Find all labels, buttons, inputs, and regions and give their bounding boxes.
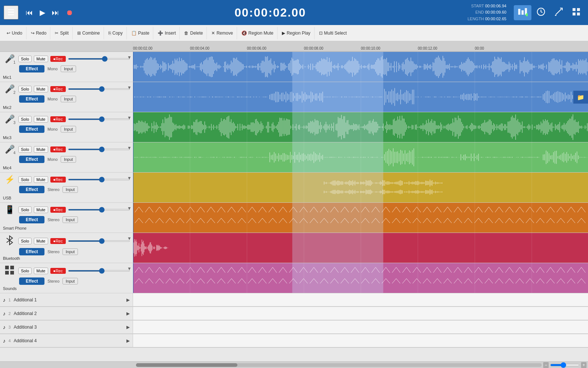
waveform-mic4[interactable] — [133, 142, 588, 172]
multi-select-button[interactable]: ⊡ Multi Select — [315, 27, 351, 39]
mic2-rec-button[interactable]: ●Rec — [50, 86, 66, 92]
copy-button[interactable]: ⎘ Copy — [105, 27, 127, 39]
mic2-dropdown-arrow[interactable]: ▼ — [127, 85, 132, 90]
bluetooth-mute-button[interactable]: Mute — [34, 238, 48, 244]
waveform-bluetooth[interactable] — [133, 233, 588, 263]
mic3-solo-button[interactable]: Solo — [18, 116, 32, 123]
waveform-usb[interactable] — [133, 173, 588, 202]
mic4-input-button[interactable]: Input — [61, 156, 76, 163]
sounds-mute-button[interactable]: Mute — [34, 268, 48, 274]
sounds-dropdown-arrow[interactable]: ▼ — [127, 266, 132, 271]
undo-button[interactable]: ↩ Undo — [3, 27, 26, 39]
smartphone-dropdown-arrow[interactable]: ▼ — [127, 206, 132, 211]
sounds-rec-button[interactable]: ●Rec — [50, 268, 66, 274]
bluetooth-rec-button[interactable]: ●Rec — [50, 238, 66, 244]
bluetooth-dropdown-arrow[interactable]: ▼ — [127, 236, 132, 241]
smartphone-mute-button[interactable]: Mute — [34, 206, 48, 213]
mic4-dropdown-arrow[interactable]: ▼ — [127, 145, 132, 151]
remove-button[interactable]: ✕ Remove — [208, 27, 237, 39]
waveform-sounds[interactable] — [133, 263, 588, 293]
smartphone-volume-slider[interactable] — [68, 209, 130, 210]
usb-dropdown-arrow[interactable]: ▼ — [127, 176, 132, 181]
mic2-input-button[interactable]: Input — [61, 96, 76, 102]
redo-button[interactable]: ↪ Redo — [27, 27, 51, 39]
smartphone-rec-button[interactable]: ●Rec — [50, 207, 66, 213]
usb-mute-button[interactable]: Mute — [34, 176, 48, 183]
edit-icon-button[interactable] — [551, 5, 567, 20]
usb-solo-button[interactable]: Solo — [18, 176, 32, 183]
record-button[interactable]: ⏺ — [66, 8, 73, 17]
mic1-mute-button[interactable]: Mute — [34, 56, 48, 62]
bluetooth-solo-button[interactable]: Solo — [18, 238, 32, 244]
waveform-mic2[interactable]: 📁 — [133, 82, 588, 112]
smartphone-solo-button[interactable]: Solo — [18, 206, 32, 213]
grid-icon-button[interactable] — [568, 5, 584, 20]
track-row-bluetooth: Solo Mute ●Rec ▼ Effect Stereo Input Blu… — [0, 233, 588, 263]
region-play-button[interactable]: ▶ Region Play — [278, 27, 315, 39]
sounds-solo-button[interactable]: Solo — [18, 268, 32, 274]
mic1-volume-slider[interactable] — [68, 58, 130, 60]
combine-button[interactable]: ⊞ Combine — [74, 27, 104, 39]
additional-4-arrow[interactable]: ▶ — [126, 338, 130, 343]
clock-icon-button[interactable] — [533, 5, 549, 20]
mic2-solo-button[interactable]: Solo — [18, 86, 32, 92]
smartphone-effect-button[interactable]: Effect — [19, 216, 44, 223]
smartphone-input-button[interactable]: Input — [62, 216, 78, 223]
split-button[interactable]: ✂ Split — [51, 27, 72, 39]
mic1-rec-button[interactable]: ●Rec — [50, 56, 66, 62]
additional-track-4-controls[interactable]: ♪ 4 Additional 4 ▶ — [0, 334, 133, 347]
mic3-mute-button[interactable]: Mute — [34, 116, 48, 123]
mic2-volume-slider[interactable] — [68, 88, 130, 90]
mic4-solo-button[interactable]: Solo — [18, 146, 32, 153]
mic3-rec-button[interactable]: ●Rec — [50, 116, 66, 122]
insert-button[interactable]: ➕ Insert — [154, 27, 180, 39]
zoom-slider[interactable] — [550, 364, 580, 366]
mic4-mute-button[interactable]: Mute — [34, 146, 48, 153]
usb-effect-button[interactable]: Effect — [19, 186, 44, 193]
mic3-effect-button[interactable]: Effect — [19, 125, 44, 133]
bluetooth-effect-button[interactable]: Effect — [19, 248, 44, 255]
mic1-solo-button[interactable]: Solo — [18, 56, 32, 62]
usb-input-button[interactable]: Input — [62, 186, 78, 193]
additional-3-arrow[interactable]: ▶ — [126, 325, 130, 330]
mic3-input-button[interactable]: Input — [61, 126, 76, 132]
sounds-effect-button[interactable]: Effect — [19, 277, 44, 285]
waveform-mic3[interactable] — [133, 112, 588, 142]
bluetooth-input-button[interactable]: Input — [62, 248, 78, 255]
horizontal-scrollbar[interactable] — [136, 363, 542, 367]
usb-volume-slider[interactable] — [68, 179, 130, 180]
skip-forward-button[interactable]: ⏭ — [52, 8, 59, 17]
stats-icon-button[interactable] — [514, 5, 531, 20]
skip-back-button[interactable]: ⏮ — [26, 8, 33, 17]
mic4-volume-slider[interactable] — [68, 149, 130, 150]
mic3-volume-slider[interactable] — [68, 118, 130, 120]
mic4-rec-button[interactable]: ●Rec — [50, 146, 66, 152]
zoom-in-button[interactable]: + — [581, 362, 587, 368]
bluetooth-volume-slider[interactable] — [68, 240, 130, 242]
play-button[interactable]: ▶ — [40, 8, 45, 17]
additional-2-arrow[interactable]: ▶ — [126, 311, 130, 316]
mic2-effect-button[interactable]: Effect — [19, 95, 44, 103]
paste-button[interactable]: 📋 Paste — [128, 27, 154, 39]
additional-track-2-controls[interactable]: ♪ 2 Additional 2 ▶ — [0, 307, 133, 320]
mic4-effect-button[interactable]: Effect — [19, 156, 44, 163]
region-mute-button[interactable]: 🔇 Region Mute — [238, 27, 277, 39]
waveform-mic1[interactable] — [133, 52, 588, 82]
sounds-input-button[interactable]: Input — [62, 278, 78, 284]
mic3-dropdown-arrow[interactable]: ▼ — [127, 115, 132, 120]
additional-track-1-controls[interactable]: ♪ 1 Additional 1 ▶ — [0, 293, 133, 307]
mic2-mute-button[interactable]: Mute — [34, 86, 48, 92]
mic1-dropdown-arrow[interactable]: ▼ — [127, 55, 132, 60]
delete-button[interactable]: 🗑 Delete — [180, 27, 207, 39]
additional-track-3-controls[interactable]: ♪ 3 Additional 3 ▶ — [0, 321, 133, 334]
waveform-smartphone[interactable] — [133, 203, 588, 233]
zoom-out-button[interactable]: − — [543, 362, 549, 368]
hamburger-button[interactable]: ☰ — [4, 6, 18, 20]
mic2-folder-button[interactable]: 📁 — [573, 91, 588, 103]
mic1-effect-button[interactable]: Effect — [19, 65, 44, 72]
sounds-volume-slider[interactable] — [68, 270, 130, 272]
scroll-thumb[interactable] — [136, 363, 237, 367]
usb-rec-button[interactable]: ●Rec — [50, 177, 66, 183]
mic1-input-button[interactable]: Input — [61, 66, 76, 72]
additional-1-arrow[interactable]: ▶ — [126, 297, 130, 302]
